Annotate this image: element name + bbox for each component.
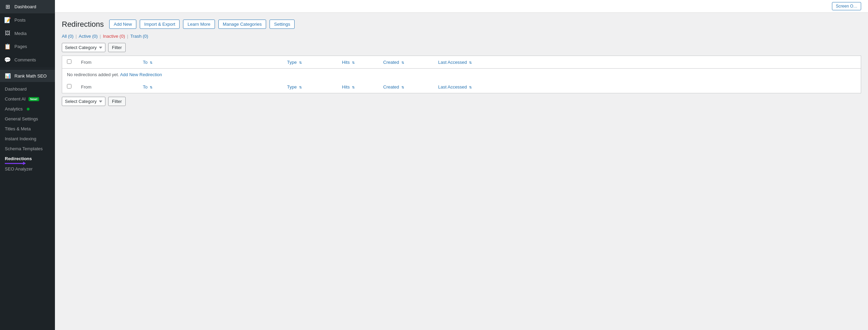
type-header-top[interactable]: Type ⇅ bbox=[282, 56, 337, 69]
no-items-row: No redirections added yet. Add New Redir… bbox=[62, 69, 861, 81]
manage-categories-button[interactable]: Manage Categories bbox=[218, 20, 266, 29]
add-new-button[interactable]: Add New bbox=[109, 20, 136, 29]
sidebar: ⊞ Dashboard 📝 Posts 🖼 Media 📋 Pages 💬 Co… bbox=[0, 0, 55, 330]
last-accessed-header-bottom[interactable]: Last Accessed ⇅ bbox=[433, 81, 861, 93]
filter-links: All (0) | Active (0) | Inactive (0) | Tr… bbox=[62, 34, 861, 39]
to-header-bottom[interactable]: To ⇅ bbox=[138, 81, 282, 93]
last-accessed-header-top[interactable]: Last Accessed ⇅ bbox=[433, 56, 861, 69]
screen-options-button[interactable]: Screen O… bbox=[832, 2, 861, 10]
new-badge: New! bbox=[28, 97, 39, 101]
page-title: Redirections bbox=[62, 20, 104, 29]
table-footer: From To ⇅ Type ⇅ Hits ⇅ Crea bbox=[62, 81, 861, 93]
import-export-button[interactable]: Import & Export bbox=[140, 20, 180, 29]
filter-button-top[interactable]: Filter bbox=[108, 43, 126, 52]
main-content: Screen O… Redirections Add New Import & … bbox=[55, 0, 868, 330]
sep-2: | bbox=[100, 34, 101, 39]
filter-inactive-link[interactable]: Inactive (0) bbox=[103, 34, 125, 39]
hits-sort-arrows-top: ⇅ bbox=[352, 61, 355, 64]
created-header-bottom[interactable]: Created ⇅ bbox=[378, 81, 433, 93]
analytics-status-dot bbox=[27, 108, 30, 110]
bottom-filter-row: Select Category Filter bbox=[62, 97, 861, 106]
sidebar-item-pages[interactable]: 📋 Pages bbox=[0, 40, 55, 53]
hits-sort-arrows-bottom: ⇅ bbox=[352, 85, 355, 89]
hits-header-top[interactable]: Hits ⇅ bbox=[337, 56, 378, 69]
last-accessed-sort-arrows-top: ⇅ bbox=[469, 61, 472, 64]
sidebar-item-titles-meta[interactable]: Titles & Meta bbox=[0, 124, 55, 134]
to-sort-arrows-bottom: ⇅ bbox=[150, 85, 152, 89]
sep-3: | bbox=[127, 34, 128, 39]
sidebar-divider bbox=[0, 68, 55, 68]
add-new-redirection-link[interactable]: Add New Redirection bbox=[120, 72, 162, 77]
filter-active-link[interactable]: Active (0) bbox=[79, 34, 98, 39]
sidebar-item-dashboard[interactable]: ⊞ Dashboard bbox=[0, 0, 55, 13]
no-items-cell: No redirections added yet. Add New Redir… bbox=[62, 69, 861, 81]
select-all-col-top bbox=[62, 56, 77, 69]
select-all-checkbox-bottom[interactable] bbox=[67, 84, 71, 89]
created-sort-arrows-bottom: ⇅ bbox=[401, 85, 404, 89]
type-header-bottom[interactable]: Type ⇅ bbox=[282, 81, 337, 93]
table-header-top: From To ⇅ Type ⇅ Hits ⇅ Crea bbox=[62, 56, 861, 69]
top-filter-row: Select Category Filter bbox=[62, 43, 861, 52]
arrow-line bbox=[5, 163, 25, 164]
hits-header-bottom[interactable]: Hits ⇅ bbox=[337, 81, 378, 93]
filter-button-bottom[interactable]: Filter bbox=[108, 97, 126, 106]
sidebar-item-schema-templates[interactable]: Schema Templates bbox=[0, 144, 55, 154]
redirections-table: From To ⇅ Type ⇅ Hits ⇅ Crea bbox=[62, 56, 861, 93]
sidebar-item-instant-indexing[interactable]: Instant Indexing bbox=[0, 134, 55, 144]
page-header: Redirections Add New Import & Export Lea… bbox=[62, 20, 861, 29]
filter-all-link[interactable]: All (0) bbox=[62, 34, 73, 39]
sidebar-item-content-ai[interactable]: Content AI New! bbox=[0, 94, 55, 104]
topbar: Screen O… bbox=[55, 0, 868, 13]
sidebar-item-general-settings[interactable]: General Settings bbox=[0, 114, 55, 124]
settings-button[interactable]: Settings bbox=[270, 20, 295, 29]
type-sort-arrows-top: ⇅ bbox=[299, 61, 302, 64]
sidebar-item-rank-math[interactable]: 📊 Rank Math SEO bbox=[0, 70, 55, 82]
category-select-top[interactable]: Select Category bbox=[62, 43, 105, 52]
sidebar-item-media[interactable]: 🖼 Media bbox=[0, 27, 55, 40]
created-sort-arrows-top: ⇅ bbox=[401, 61, 404, 64]
from-header-top: From bbox=[76, 56, 138, 69]
created-header-top[interactable]: Created ⇅ bbox=[378, 56, 433, 69]
sep-1: | bbox=[76, 34, 77, 39]
rank-math-icon: 📊 bbox=[4, 73, 11, 79]
from-header-bottom: From bbox=[76, 81, 138, 93]
comments-icon: 💬 bbox=[4, 57, 11, 63]
type-sort-arrows-bottom: ⇅ bbox=[299, 85, 302, 89]
select-all-checkbox-top[interactable] bbox=[67, 59, 71, 64]
pages-icon: 📋 bbox=[4, 43, 11, 50]
category-select-bottom[interactable]: Select Category bbox=[62, 97, 105, 106]
learn-more-button[interactable]: Learn More bbox=[183, 20, 215, 29]
sidebar-item-rm-dashboard[interactable]: Dashboard bbox=[0, 84, 55, 94]
content-area: Redirections Add New Import & Export Lea… bbox=[55, 13, 868, 116]
media-icon: 🖼 bbox=[4, 30, 11, 36]
rank-math-submenu: Dashboard Content AI New! Analytics Gene… bbox=[0, 82, 55, 176]
sidebar-item-seo-analyzer[interactable]: SEO Analyzer bbox=[0, 164, 55, 174]
sidebar-item-redirections[interactable]: Redirections bbox=[0, 154, 55, 164]
last-accessed-sort-arrows-bottom: ⇅ bbox=[469, 85, 472, 89]
sidebar-item-posts[interactable]: 📝 Posts bbox=[0, 13, 55, 27]
posts-icon: 📝 bbox=[4, 17, 11, 23]
sidebar-item-analytics[interactable]: Analytics bbox=[0, 104, 55, 114]
select-all-col-bottom bbox=[62, 81, 77, 93]
dashboard-icon: ⊞ bbox=[4, 3, 11, 10]
filter-trash-link[interactable]: Trash (0) bbox=[130, 34, 148, 39]
sidebar-item-comments[interactable]: 💬 Comments bbox=[0, 53, 55, 67]
to-sort-arrows-top: ⇅ bbox=[150, 61, 152, 64]
to-header-top[interactable]: To ⇅ bbox=[138, 56, 282, 69]
